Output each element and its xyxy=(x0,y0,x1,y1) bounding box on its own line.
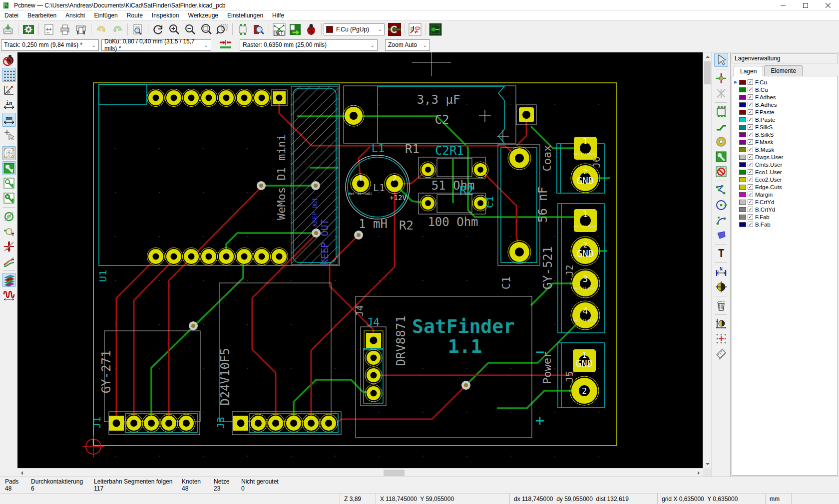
show-ratsnest-icon[interactable] xyxy=(428,22,442,36)
add-zone-icon[interactable] xyxy=(714,150,728,164)
zoom-select[interactable]: Zoom Auto⌄ xyxy=(385,39,430,51)
local-ratsnest-icon[interactable] xyxy=(714,86,728,100)
layer-row-f-mask[interactable]: ✓F.Mask xyxy=(732,138,838,146)
drc-off-icon[interactable] xyxy=(2,53,16,67)
menu-einstellungen[interactable]: Einstellungen xyxy=(223,11,268,20)
layer-visibility-checkbox[interactable]: ✓ xyxy=(748,214,753,220)
footprint-viewer-icon[interactable] xyxy=(252,22,266,36)
layer-row-b-crtyd[interactable]: ✓B.CrtYd xyxy=(732,206,838,213)
layers-manager-icon[interactable] xyxy=(2,273,16,287)
grid-visibility-icon[interactable] xyxy=(2,68,16,82)
layer-row-eco1-user[interactable]: ✓Eco1.User xyxy=(732,168,838,176)
netlist-icon[interactable]: NET xyxy=(272,22,286,36)
layer-visibility-checkbox[interactable]: ✓ xyxy=(748,207,753,212)
layer-color-swatch[interactable] xyxy=(739,155,746,160)
via-color-icon[interactable] xyxy=(388,22,402,36)
layer-color-swatch[interactable] xyxy=(739,177,746,182)
drill-origin-icon[interactable] xyxy=(714,317,728,331)
layer-color-swatch[interactable] xyxy=(739,140,746,145)
units-mm-icon[interactable]: mm xyxy=(2,113,16,127)
zone-outline-icon[interactable] xyxy=(2,176,16,190)
delete-tool-icon[interactable] xyxy=(714,298,728,312)
layer-row-b-fab[interactable]: ✓B.Fab xyxy=(732,221,838,228)
layer-color-swatch[interactable] xyxy=(739,147,746,152)
via-size-select[interactable]: DoKu: 0,80 / 0,40 mm (31,5 / 15,7 mils) … xyxy=(101,39,211,51)
curved-tracks-icon[interactable] xyxy=(2,254,16,268)
highlight-net-icon[interactable] xyxy=(714,71,728,85)
find-icon[interactable] xyxy=(131,22,145,36)
tab-lagen[interactable]: Lagen xyxy=(734,66,763,76)
draw-arc-icon[interactable] xyxy=(714,213,728,227)
layer-color-swatch[interactable] xyxy=(739,87,746,92)
menu-route[interactable]: Route xyxy=(122,11,147,20)
layer-color-swatch[interactable] xyxy=(739,170,746,175)
layer-color-swatch[interactable] xyxy=(739,200,746,205)
measure-tool-icon[interactable] xyxy=(714,347,728,361)
layer-selector[interactable]: F.Cu (PgUp) ⌄ xyxy=(324,23,385,35)
layer-color-swatch[interactable] xyxy=(739,80,746,85)
router-settings-icon[interactable] xyxy=(408,22,422,36)
grid-select[interactable]: Raster: 0,6350 mm (25,00 mils)⌄ xyxy=(240,39,378,51)
tab-elemente[interactable]: Elemente xyxy=(764,65,803,76)
high-contrast-icon[interactable] xyxy=(2,225,16,239)
draw-polygon-icon[interactable] xyxy=(714,228,728,242)
add-keepout-icon[interactable] xyxy=(714,165,728,179)
add-via-icon[interactable] xyxy=(714,135,728,149)
via-sketch-icon[interactable] xyxy=(2,210,16,224)
menu-hilfe[interactable]: Hilfe xyxy=(268,11,289,20)
layer-visibility-checkbox[interactable]: ✓ xyxy=(748,147,753,152)
page-settings-icon[interactable] xyxy=(42,22,56,36)
layer-row-b-adhes[interactable]: ✓B.Adhes xyxy=(732,101,838,108)
refresh-icon[interactable] xyxy=(151,22,165,36)
menu-inspektion[interactable]: Inspektion xyxy=(147,11,184,20)
layer-row-b-silks[interactable]: ✓B.SilkS xyxy=(732,131,838,138)
track-sketch-icon[interactable] xyxy=(2,240,16,253)
layer-row-f-fab[interactable]: ✓F.Fab xyxy=(732,213,838,221)
menu-einfuegen[interactable]: Einfügen xyxy=(89,11,122,20)
h-scroll-thumb[interactable] xyxy=(384,470,405,476)
layer-visibility-checkbox[interactable]: ✓ xyxy=(748,109,753,115)
layer-row-edge-cuts[interactable]: ✓Edge.Cuts xyxy=(732,183,838,191)
layer-visibility-checkbox[interactable]: ✓ xyxy=(748,222,753,227)
menu-datei[interactable]: Datei xyxy=(0,11,23,20)
layer-visibility-checkbox[interactable]: ✓ xyxy=(748,79,753,85)
layer-color-swatch[interactable] xyxy=(739,95,746,100)
layer-visibility-checkbox[interactable]: ✓ xyxy=(748,102,753,107)
polar-coords-icon[interactable]: rθ xyxy=(2,83,16,97)
layer-row-b-mask[interactable]: ✓B.Mask xyxy=(732,146,838,153)
add-target-icon[interactable] xyxy=(714,280,728,294)
layer-color-swatch[interactable] xyxy=(739,102,746,107)
redo-icon[interactable] xyxy=(110,22,124,36)
maximize-button[interactable] xyxy=(794,0,817,11)
layer-color-swatch[interactable] xyxy=(739,117,746,122)
board-setup-icon[interactable] xyxy=(21,22,35,36)
layer-row-eco2-user[interactable]: ✓Eco2.User xyxy=(732,176,838,183)
update-pcb-icon[interactable] xyxy=(288,22,302,36)
layer-row-margin[interactable]: ✓Margin xyxy=(732,191,838,198)
v-scroll-thumb[interactable] xyxy=(704,61,711,84)
layer-color-swatch[interactable] xyxy=(739,215,746,220)
auto-track-width-icon[interactable] xyxy=(219,38,233,52)
select-tool-icon[interactable] xyxy=(714,53,728,67)
layer-row-f-paste[interactable]: ✓F.Paste xyxy=(732,108,838,116)
undo-icon[interactable] xyxy=(94,22,108,36)
menu-bearbeiten[interactable]: Bearbeiten xyxy=(23,11,61,20)
layer-visibility-checkbox[interactable]: ✓ xyxy=(748,177,753,182)
layer-color-swatch[interactable] xyxy=(739,207,746,212)
grid-origin-icon[interactable] xyxy=(714,332,728,346)
draw-circle-icon[interactable] xyxy=(714,198,728,212)
plot-icon[interactable] xyxy=(74,22,88,36)
cursor-shape-icon[interactable] xyxy=(2,128,16,142)
minimize-button[interactable] xyxy=(772,0,794,11)
layer-visibility-checkbox[interactable]: ✓ xyxy=(748,117,753,122)
layer-visibility-checkbox[interactable]: ✓ xyxy=(748,87,753,92)
layer-visibility-checkbox[interactable]: ✓ xyxy=(748,192,753,197)
zone-sketch-icon[interactable] xyxy=(2,191,16,205)
save-icon[interactable] xyxy=(1,22,15,36)
drc-icon[interactable] xyxy=(304,22,318,36)
layer-visibility-checkbox[interactable]: ✓ xyxy=(748,184,753,190)
zoom-fit-icon[interactable] xyxy=(199,22,213,36)
menu-ansicht[interactable]: Ansicht xyxy=(61,11,89,20)
draw-line-icon[interactable] xyxy=(714,183,728,197)
menu-werkzeuge[interactable]: Werkzeuge xyxy=(184,11,223,20)
